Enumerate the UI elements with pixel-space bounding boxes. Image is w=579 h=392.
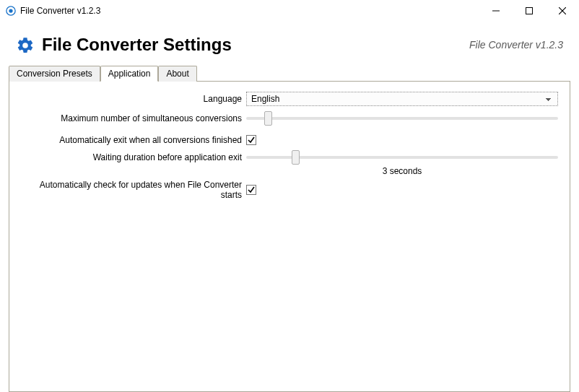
wait-duration-value: 3 seconds — [383, 166, 422, 176]
language-label: Language — [21, 94, 246, 104]
tab-panel-application: Language English Maximum number of simul… — [9, 82, 570, 392]
auto-update-checkbox[interactable] — [246, 185, 256, 195]
app-icon — [6, 6, 16, 16]
svg-point-1 — [9, 9, 12, 12]
tab-about[interactable]: About — [158, 66, 196, 82]
gear-icon — [16, 36, 35, 55]
header: File Converter Settings File Converter v… — [0, 22, 579, 65]
close-button[interactable] — [546, 0, 579, 22]
auto-exit-checkbox[interactable] — [246, 135, 256, 145]
svg-rect-3 — [526, 8, 533, 14]
maximize-button[interactable] — [513, 0, 546, 22]
tab-conversion-presets[interactable]: Conversion Presets — [9, 66, 100, 82]
version-label: File Converter v1.2.3 — [469, 39, 563, 51]
auto-exit-label: Automatically exit when all conversions … — [21, 135, 246, 145]
titlebar: File Converter v1.2.3 — [0, 0, 579, 22]
tab-application[interactable]: Application — [100, 66, 159, 82]
page-title: File Converter Settings — [42, 35, 232, 55]
window-title: File Converter v1.2.3 — [20, 6, 100, 16]
wait-duration-label: Waiting duration before application exit — [21, 152, 246, 162]
tab-bar: Conversion Presets Application About — [9, 65, 570, 82]
minimize-button[interactable] — [479, 0, 513, 22]
auto-update-label: Automatically check for updates when Fil… — [21, 180, 246, 200]
language-select[interactable]: English — [246, 92, 558, 106]
wait-duration-slider[interactable] — [246, 156, 558, 159]
max-simultaneous-slider[interactable] — [246, 117, 558, 120]
max-simultaneous-label: Maximum number of simultaneous conversio… — [21, 113, 246, 123]
